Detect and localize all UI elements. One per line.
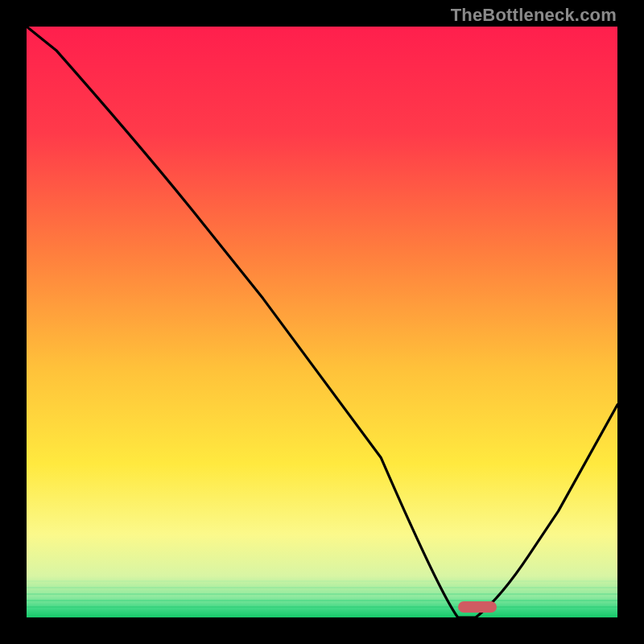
bottleneck-curve xyxy=(27,27,617,617)
optimum-marker xyxy=(458,601,497,613)
chart-frame: TheBottleneck.com xyxy=(0,0,644,644)
watermark-text: TheBottleneck.com xyxy=(451,5,617,26)
plot-area xyxy=(27,27,617,617)
